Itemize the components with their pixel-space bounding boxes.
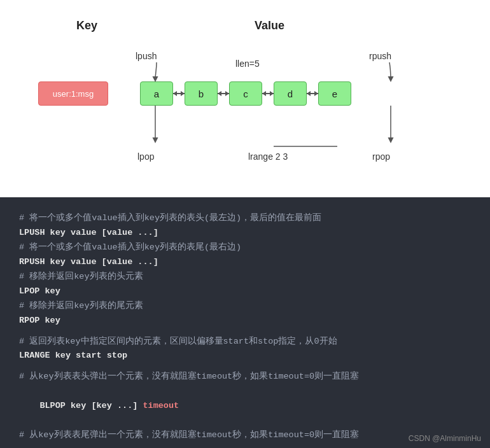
code-cmd-rpop: RPOP key — [19, 314, 471, 328]
code-cmd-lpop: LPOP key — [19, 284, 471, 299]
connector-0 — [173, 93, 185, 94]
diagram-section: Key Value lpush rpush lpop rpop lrange 2… — [0, 0, 490, 197]
code-section: # 将一个或多个值value插入到key列表的表头(最左边)，最后的值在最前面 … — [0, 197, 490, 448]
value-box-e: e — [318, 81, 351, 106]
code-comment-6: # 从key列表表头弹出一个元素，没有就阻塞timeout秒，如果timeout… — [19, 370, 471, 384]
key-box: user:1:msg — [38, 81, 108, 106]
connector-2 — [262, 93, 274, 94]
value-label: Value — [255, 19, 284, 32]
rpop-label: rpop — [372, 151, 390, 162]
code-comment-2: # 将一个或多个值value插入到key列表的表尾(最右边) — [19, 241, 471, 255]
code-cmd-lpush: LPUSH key value [value ...] — [19, 226, 471, 241]
value-box-a: a — [140, 81, 173, 106]
code-comment-1: # 将一个或多个值value插入到key列表的表头(最左边)，最后的值在最前面 — [19, 211, 471, 226]
watermark: CSDN @AlminminHu — [409, 434, 481, 443]
llen-label: llen=5 — [235, 59, 260, 69]
lpush-label: lpush — [136, 51, 157, 61]
code-comment-5: # 返回列表key中指定区间内的元素，区间以偏移量start和stop指定，从0… — [19, 335, 471, 349]
lrange-label: lrange 2 3 — [248, 151, 288, 162]
code-cmd-brpop: BRPOP key [key ...] timeout — [19, 443, 471, 448]
value-boxes-row: abcde — [140, 81, 351, 106]
connector-1 — [218, 93, 229, 94]
code-comment-7: # 从key列表表尾弹出一个元素，没有就阻塞timeout秒，如果timeout… — [19, 428, 471, 443]
value-box-b: b — [185, 81, 218, 106]
code-comment-4: # 移除并返回key列表的尾元素 — [19, 299, 471, 314]
code-cmd-rpush: RPUSH key value [value ...] — [19, 255, 471, 270]
code-comment-3: # 移除并返回key列表的头元素 — [19, 270, 471, 284]
key-label: Key — [76, 19, 97, 32]
code-cmd-lrange: LRANGE key start stop — [19, 349, 471, 363]
value-box-d: d — [274, 81, 307, 106]
connector-3 — [307, 93, 318, 94]
rpush-label: rpush — [369, 51, 391, 61]
lpop-label: lpop — [137, 151, 154, 162]
value-box-c: c — [229, 81, 262, 106]
code-cmd-blpop: BLPOP key [key ...] timeout — [19, 384, 471, 428]
